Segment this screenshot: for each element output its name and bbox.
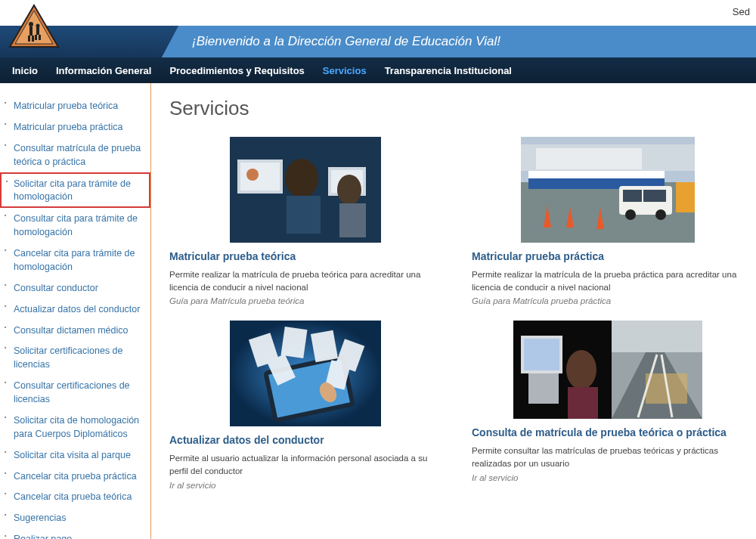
page-title: Servicios [169,97,748,120]
svg-point-18 [337,175,361,205]
service-card: Actualizar datos del conductorPermite al… [169,321,442,489]
sidebar-item[interactable]: Consultar matrícula de prueba teórica o … [0,138,150,172]
sidebar-item[interactable]: Matricular prueba teórica [0,95,150,116]
welcome-bar: ¡Bienvenido a la Dirección General de Ed… [181,26,756,57]
service-guide-link[interactable]: Guía para Matrícula prueba práctica [472,296,744,305]
service-grid: Matricular prueba teóricaPermite realiza… [169,137,748,490]
svg-rect-25 [528,171,665,178]
sidebar-item[interactable]: Solicitar cita visita al parque [0,445,150,466]
service-image[interactable] [169,137,442,243]
service-desc: Permite al usuario actualizar la informa… [169,452,442,477]
sidebar-item[interactable]: Actualizar datos del conductor [0,299,150,320]
svg-rect-5 [32,36,34,42]
nav-item-4[interactable]: Transparencia Institucional [385,65,512,76]
service-image[interactable] [169,321,442,426]
svg-point-49 [566,350,596,389]
service-title[interactable]: Consulta de matrícula de prueba teórica … [472,426,744,438]
service-title[interactable]: Matricular prueba teórica [169,250,442,262]
svg-rect-48 [528,373,559,404]
nav-item-2[interactable]: Procedimientos y Requisitos [169,65,304,76]
service-image[interactable] [472,137,744,243]
sidebar-link[interactable]: Consultar cita para trámite de homologac… [14,213,138,237]
header: ¡Bienvenido a la Dirección General de Ed… [0,26,756,57]
nav-item-1[interactable]: Información General [56,65,151,76]
main-area: Servicios Matricular prueba teóricaPermi… [151,83,756,539]
svg-rect-9 [39,35,41,40]
sidebar-list: Matricular prueba teóricaMatricular prue… [0,95,150,539]
main-nav: InicioInformación GeneralProcedimientos … [0,57,756,83]
sidebar-item[interactable]: Matricular prueba práctica [0,116,150,138]
svg-rect-19 [339,203,366,237]
svg-point-6 [36,24,40,28]
sidebar-link[interactable]: Solicitar cita para trámite de homologac… [14,178,131,203]
sidebar-link[interactable]: Solicitar cita de homologación para Cuer… [14,415,139,439]
service-card: Consulta de matrícula de prueba teórica … [472,321,744,489]
svg-point-14 [285,159,318,198]
service-card: Matricular prueba teóricaPermite realiza… [169,137,442,305]
svg-rect-3 [29,26,33,36]
svg-rect-28 [643,190,666,202]
service-guide-link[interactable]: Ir al servicio [472,473,744,482]
sidebar-item[interactable]: Cancelar cita prueba práctica [0,466,150,487]
svg-point-29 [625,209,636,220]
content: Matricular prueba teóricaMatricular prue… [0,83,756,539]
sidebar-item[interactable]: Consultar conductor [0,277,150,299]
sidebar-item[interactable]: Sugerencias [0,507,150,528]
sidebar-link[interactable]: Cancelar cita prueba teórica [14,491,132,502]
service-guide-link[interactable]: Ir al servicio [169,481,442,490]
sidebar-item[interactable]: Consultar dictamen médico [0,320,150,341]
svg-rect-23 [536,148,642,169]
svg-rect-50 [568,387,598,419]
svg-point-2 [29,22,33,26]
sidebar-item[interactable]: Consultar certificaciones de licencias [0,375,150,410]
svg-point-30 [655,209,666,220]
sidebar-link[interactable]: Matricular prueba práctica [14,122,123,132]
svg-rect-52 [612,321,702,352]
welcome-text: ¡Bienvenido a la Dirección General de Ed… [192,34,500,49]
service-desc: Permite realizar la matrícula de la prue… [472,268,744,293]
svg-rect-8 [35,35,37,40]
svg-rect-39 [281,327,308,358]
service-guide-link[interactable]: Guía para Matrícula prueba teórica [169,296,442,305]
svg-rect-47 [524,339,559,370]
service-title[interactable]: Matricular prueba práctica [472,250,744,262]
svg-rect-31 [676,182,695,212]
service-title[interactable]: Actualizar datos del conductor [169,434,442,446]
sidebar-item[interactable]: Consultar cita para trámite de homologac… [0,208,150,243]
sidebar-link[interactable]: Solicitar cita visita al parque [14,450,131,460]
svg-rect-4 [28,36,30,42]
logo[interactable] [8,3,60,52]
nav-item-0[interactable]: Inicio [12,65,38,76]
sidebar-item[interactable]: Cancelar cita para trámite de homologaci… [0,243,150,277]
nav-item-3[interactable]: Servicios [323,65,367,76]
sidebar-link[interactable]: Sugerencias [14,513,67,523]
svg-rect-15 [287,196,321,234]
service-desc: Permite consultar las matrículas de prue… [472,445,744,469]
sidebar-link[interactable]: Cancelar cita para trámite de homologaci… [14,248,135,272]
sidebar-item[interactable]: Realizar pago [0,528,150,539]
sidebar-link[interactable]: Consultar conductor [14,283,98,293]
service-desc: Permite realizar la matrícula de prueba … [169,268,442,293]
sidebar-item[interactable]: Solicitar cita para trámite de homologac… [0,172,150,209]
sidebar-link[interactable]: Consultar certificaciones de licencias [14,380,130,404]
sidebar: Matricular prueba teóricaMatricular prue… [0,83,151,539]
svg-rect-12 [240,163,280,191]
top-right-text: Sed [733,6,750,17]
top-bar: Sed [0,0,756,26]
sidebar-link[interactable]: Solicitar certificaciones de licencias [14,345,123,370]
sidebar-link[interactable]: Realizar pago [14,534,72,539]
sidebar-item[interactable]: Solicitar cita de homologación para Cuer… [0,410,150,445]
sidebar-link[interactable]: Consultar matrícula de prueba teórica o … [14,143,141,167]
svg-rect-27 [623,190,642,202]
service-image[interactable] [472,321,744,419]
service-card: Matricular prueba prácticaPermite realiz… [472,137,744,305]
sidebar-item[interactable]: Cancelar cita prueba teórica [0,486,150,507]
svg-point-13 [246,169,259,181]
sidebar-link[interactable]: Cancelar cita prueba práctica [14,471,137,482]
sidebar-item[interactable]: Solicitar certificaciones de licencias [0,340,150,375]
sidebar-link[interactable]: Matricular prueba teórica [14,101,118,111]
svg-rect-7 [36,27,39,35]
sidebar-link[interactable]: Consultar dictamen médico [14,325,128,336]
sidebar-link[interactable]: Actualizar datos del conductor [14,304,140,314]
